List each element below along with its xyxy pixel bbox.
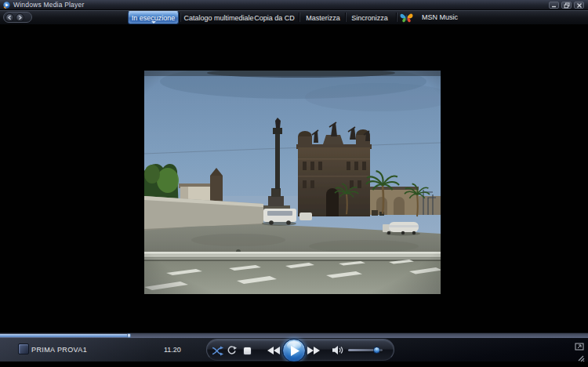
elapsed-time: 11.20 [164,338,181,362]
nav-buttons [3,12,32,23]
tab-separator [396,13,397,22]
window-title: Windows Media Player [13,0,84,10]
repeat-button[interactable] [227,346,237,356]
wmp-logo-icon [3,2,10,9]
video-frame [144,71,441,294]
track-title: PRIMA PROVA1 [31,338,87,362]
play-button[interactable] [282,339,306,362]
tab-rip-label: Copia da CD [254,14,295,22]
back-button[interactable] [5,13,14,22]
tab-library-label: Catalogo multimediale [183,14,253,22]
minimize-button[interactable] [549,2,559,9]
seek-fill [0,334,129,337]
title-bar[interactable]: Windows Media Player [0,0,588,10]
volume-slider[interactable] [348,349,383,351]
volume-knob[interactable] [373,347,380,354]
tab-bar: In esecuzione Catalogo multimediale Copi… [0,10,588,24]
close-button[interactable] [574,2,584,9]
stop-button[interactable] [244,347,251,354]
restore-button[interactable] [561,2,572,9]
msn-butterfly-icon[interactable] [399,11,414,24]
tab-sync-label: Sincronizza [351,14,388,22]
tab-rip[interactable]: Copia da CD [254,11,295,24]
media-area [0,24,588,332]
mute-button[interactable] [332,346,343,354]
tab-now-playing-label: In esecuzione [132,14,176,22]
tab-burn[interactable]: Masterizza [305,11,341,24]
tab-burn-label: Masterizza [306,14,340,22]
tab-sync[interactable]: Sincronizza [349,11,390,24]
rewind-button[interactable] [267,347,281,354]
tab-msn-music[interactable]: MSN Music [422,11,458,24]
now-playing-thumbnail-icon [18,343,29,354]
tab-separator [299,13,299,22]
bottom-strip [0,362,588,367]
tab-separator [180,13,180,22]
tab-library[interactable]: Catalogo multimediale [181,11,256,24]
seek-bar[interactable] [0,332,588,338]
tab-separator [345,13,346,22]
shuffle-button[interactable] [212,346,223,356]
wmp-window: Windows Media Player [0,0,588,367]
skin-mode-button[interactable] [575,343,584,351]
control-bar: PRIMA PROVA1 11.20 [0,338,588,362]
forward-button[interactable] [16,13,24,22]
tab-now-playing[interactable]: In esecuzione [128,11,179,24]
video-display[interactable] [144,71,441,294]
fast-forward-button[interactable] [307,347,321,354]
